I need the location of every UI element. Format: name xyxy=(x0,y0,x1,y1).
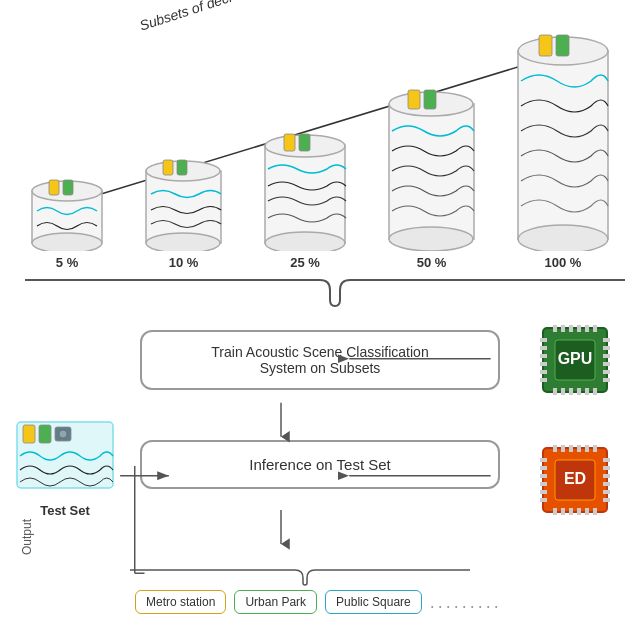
svg-rect-39 xyxy=(585,388,589,395)
svg-text:ED: ED xyxy=(564,470,586,487)
svg-point-24 xyxy=(518,225,608,251)
svg-rect-70 xyxy=(540,474,547,478)
svg-rect-10 xyxy=(163,160,173,175)
svg-rect-71 xyxy=(540,482,547,486)
tag-public: Public Square xyxy=(325,590,422,614)
cylinder-item-50: 50 % xyxy=(384,86,479,270)
svg-rect-61 xyxy=(593,445,597,452)
gpu-chip: GPU xyxy=(535,320,615,400)
svg-rect-26 xyxy=(556,35,569,56)
svg-rect-36 xyxy=(561,388,565,395)
svg-rect-52 xyxy=(603,378,610,382)
svg-point-14 xyxy=(265,232,345,251)
svg-rect-42 xyxy=(540,346,547,350)
svg-rect-59 xyxy=(577,445,581,452)
svg-point-9 xyxy=(146,233,220,251)
svg-rect-62 xyxy=(553,508,557,515)
svg-text:GPU: GPU xyxy=(558,350,593,367)
cylinder-wrap-10 xyxy=(141,156,226,251)
svg-rect-47 xyxy=(603,338,610,342)
cylinder-wrap-50 xyxy=(384,86,479,251)
svg-rect-22 xyxy=(518,51,608,239)
svg-rect-63 xyxy=(561,508,565,515)
cylinder-svg-25 xyxy=(260,131,350,251)
svg-rect-78 xyxy=(603,490,610,494)
train-box: Train Acoustic Scene ClassificationSyste… xyxy=(140,330,500,390)
cylinder-item-5: 5 % xyxy=(27,176,107,270)
svg-rect-83 xyxy=(39,425,51,443)
tags-row: Metro station Urban Park Public Square .… xyxy=(125,590,502,614)
svg-rect-45 xyxy=(540,370,547,374)
svg-rect-68 xyxy=(540,458,547,462)
cylinder-label-10: 10 % xyxy=(169,255,199,270)
svg-rect-76 xyxy=(603,474,610,478)
inference-box: Inference on Test Set xyxy=(140,440,500,489)
svg-rect-69 xyxy=(540,466,547,470)
diagonal-label: Subsets of decreasing size xyxy=(138,0,302,34)
cylinder-label-25: 25 % xyxy=(290,255,320,270)
svg-point-85 xyxy=(59,430,67,438)
cylinder-label-5: 5 % xyxy=(56,255,78,270)
svg-point-4 xyxy=(32,233,102,251)
svg-rect-30 xyxy=(561,325,565,332)
test-set-area: Test Set xyxy=(10,420,120,518)
svg-rect-46 xyxy=(540,378,547,382)
cylinder-item-100: 100 % xyxy=(513,31,613,270)
cylinder-item-10: 10 % xyxy=(141,156,226,270)
svg-rect-5 xyxy=(49,180,59,195)
svg-rect-31 xyxy=(569,325,573,332)
inference-box-label: Inference on Test Set xyxy=(249,456,390,473)
svg-rect-32 xyxy=(577,325,581,332)
cylinder-label-50: 50 % xyxy=(417,255,447,270)
svg-rect-41 xyxy=(540,338,547,342)
bottom-section: GPU xyxy=(10,310,630,622)
svg-rect-16 xyxy=(299,134,310,151)
svg-rect-33 xyxy=(585,325,589,332)
cylinder-wrap-5 xyxy=(27,176,107,251)
svg-rect-50 xyxy=(603,362,610,366)
tag-urban: Urban Park xyxy=(234,590,317,614)
test-set-svg xyxy=(15,420,115,495)
svg-rect-72 xyxy=(540,490,547,494)
svg-rect-21 xyxy=(424,90,436,109)
svg-rect-58 xyxy=(569,445,573,452)
svg-rect-82 xyxy=(23,425,35,443)
svg-rect-65 xyxy=(577,508,581,515)
train-box-label: Train Acoustic Scene ClassificationSyste… xyxy=(211,344,428,376)
svg-rect-11 xyxy=(177,160,187,175)
svg-rect-43 xyxy=(540,354,547,358)
tag-metro: Metro station xyxy=(135,590,226,614)
diagram-container: Subsets of decreasing size xyxy=(0,0,640,632)
svg-rect-67 xyxy=(593,508,597,515)
svg-rect-66 xyxy=(585,508,589,515)
output-brace-svg xyxy=(125,568,475,586)
brace-svg xyxy=(15,278,635,308)
svg-rect-56 xyxy=(553,445,557,452)
svg-rect-48 xyxy=(603,346,610,350)
cylinder-item-25: 25 % xyxy=(260,131,350,270)
svg-rect-17 xyxy=(389,104,474,239)
cylinder-label-100: 100 % xyxy=(545,255,582,270)
svg-rect-40 xyxy=(593,388,597,395)
cylinder-svg-100 xyxy=(513,31,613,251)
cylinder-wrap-100 xyxy=(513,31,613,251)
svg-rect-73 xyxy=(540,498,547,502)
ellipsis: ......... xyxy=(430,592,502,613)
output-area: Metro station Urban Park Public Square .… xyxy=(125,568,620,614)
cylinder-svg-10 xyxy=(141,156,226,251)
output-label: Output xyxy=(20,507,34,567)
ed-chip: ED xyxy=(535,440,615,520)
svg-rect-29 xyxy=(553,325,557,332)
svg-rect-35 xyxy=(553,388,557,395)
svg-rect-6 xyxy=(63,180,73,195)
svg-rect-15 xyxy=(284,134,295,151)
svg-rect-37 xyxy=(569,388,573,395)
svg-rect-64 xyxy=(569,508,573,515)
svg-rect-77 xyxy=(603,482,610,486)
cylinder-wrap-25 xyxy=(260,131,350,251)
cylinder-svg-5 xyxy=(27,176,107,251)
svg-rect-12 xyxy=(265,146,345,243)
cylinders-row: 5 % 10 % xyxy=(10,31,630,270)
svg-rect-20 xyxy=(408,90,420,109)
svg-rect-60 xyxy=(585,445,589,452)
